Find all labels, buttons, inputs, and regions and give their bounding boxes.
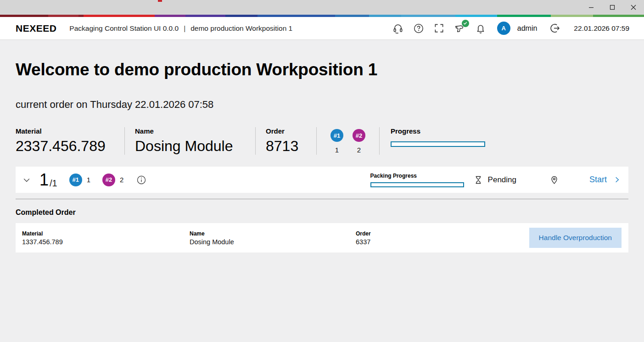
check-icon xyxy=(463,21,467,25)
progress-label: Progress xyxy=(391,127,485,135)
completed-name-value: Dosing Module xyxy=(190,238,356,246)
item-status: Pending xyxy=(474,175,516,185)
packing-progress-label: Packing Progress xyxy=(370,173,464,179)
minimize-icon xyxy=(588,5,594,10)
location-button[interactable] xyxy=(549,174,559,185)
scanner-button[interactable] xyxy=(454,22,466,34)
summary-order: Order 8713 xyxy=(256,127,317,155)
material-value: 2337.456.789 xyxy=(16,138,113,155)
item-badge-group-1: #1 1 xyxy=(69,174,90,186)
window-titlebar xyxy=(0,0,644,15)
section-divider xyxy=(16,199,628,199)
start-label[interactable]: Start xyxy=(589,175,607,185)
current-order-subtitle: current order on Thursday 22.01.2026 07:… xyxy=(16,99,628,111)
item-badge-1: #1 xyxy=(69,174,82,186)
material-label: Material xyxy=(16,127,113,135)
summary-name: Name Dosing Module xyxy=(125,127,256,155)
notifications-button[interactable] xyxy=(475,22,487,34)
minimize-button[interactable] xyxy=(581,0,602,15)
badge-stack-1: #1 1 xyxy=(330,129,343,155)
work-item-right: Packing Progress Pending Start xyxy=(370,173,621,187)
completed-name-label: Name xyxy=(190,230,356,237)
app-header: NEXEED Packaging Control Station UI 0.0.… xyxy=(0,17,644,40)
handle-overproduction-button[interactable]: Handle Overproduction xyxy=(529,228,622,248)
main-content: Welcome to demo production Workposition … xyxy=(0,60,644,252)
completed-name: Name Dosing Module xyxy=(190,230,356,246)
completed-material: Material 1337.456.789 xyxy=(22,230,190,246)
logout-button[interactable] xyxy=(549,22,560,34)
chevron-down-icon xyxy=(22,175,31,185)
order-label: Order xyxy=(266,127,305,135)
completed-order-label: Order xyxy=(356,230,529,237)
maximize-button[interactable] xyxy=(602,0,623,15)
header-timestamp: 22.01.2026 07:59 xyxy=(574,24,629,33)
packing-progress: Packing Progress xyxy=(370,173,464,187)
item-badge-group-2: #2 2 xyxy=(102,174,123,186)
completed-material-label: Material xyxy=(22,230,190,237)
nexeed-logo: NEXEED xyxy=(16,23,56,34)
item-total: /1 xyxy=(50,178,57,189)
support-button[interactable] xyxy=(392,22,404,34)
title-separator: | xyxy=(184,24,185,33)
name-label: Name xyxy=(135,127,244,135)
item-badge-2: #2 xyxy=(102,174,115,186)
item-badge-1-count: 1 xyxy=(87,176,90,184)
fullscreen-button[interactable] xyxy=(433,22,445,34)
position-badge-1: #1 xyxy=(330,129,343,142)
packing-progress-bar xyxy=(370,182,464,187)
summary-badges: #1 1 #2 2 xyxy=(317,127,380,155)
completed-order-value: 6337 xyxy=(356,238,529,246)
app-tab-accent xyxy=(158,0,162,2)
close-button[interactable] xyxy=(623,0,644,15)
hourglass-icon xyxy=(474,175,483,185)
headset-icon xyxy=(392,23,403,34)
app-title: Packaging Control Station UI 0.0.0 xyxy=(69,24,179,33)
fullscreen-icon xyxy=(434,23,444,34)
username: admin xyxy=(517,24,538,33)
help-icon xyxy=(413,23,424,34)
avatar[interactable]: A xyxy=(497,22,510,35)
status-text: Pending xyxy=(488,175,516,185)
item-position: 1 xyxy=(39,170,49,190)
location-pin-icon xyxy=(549,174,559,185)
completed-order-col: Order 6337 xyxy=(356,230,529,246)
completed-order-card: Material 1337.456.789 Name Dosing Module… xyxy=(16,223,628,252)
page-title: Welcome to demo production Workposition … xyxy=(16,60,628,79)
maximize-icon xyxy=(610,5,615,10)
name-value: Dosing Module xyxy=(135,138,244,155)
item-position-count: 1 /1 xyxy=(39,170,57,190)
info-icon xyxy=(136,175,146,185)
logout-icon xyxy=(549,22,560,34)
work-item-row[interactable]: 1 /1 #1 1 #2 2 Packing Progress xyxy=(16,167,628,193)
help-button[interactable] xyxy=(413,22,425,34)
info-button[interactable] xyxy=(136,175,146,185)
chevron-right-icon xyxy=(613,176,621,184)
expand-button[interactable] xyxy=(22,175,31,185)
bell-icon xyxy=(475,23,486,34)
position-count-1: 1 xyxy=(335,146,339,154)
scanner-connected-badge xyxy=(462,20,469,27)
order-value: 8713 xyxy=(266,138,305,155)
summary-progress: Progress xyxy=(380,127,496,155)
completed-order-title: Completed Order xyxy=(16,208,628,217)
close-icon xyxy=(631,5,636,10)
summary-material: Material 2337.456.789 xyxy=(16,127,125,155)
item-badge-2-count: 2 xyxy=(120,176,123,184)
position-count-2: 2 xyxy=(357,146,361,154)
current-order-summary: Material 2337.456.789 Name Dosing Module… xyxy=(16,127,628,155)
header-actions: A admin 22.01.2026 07:59 xyxy=(392,22,629,35)
workstation-name: demo production Workposition 1 xyxy=(190,24,292,33)
completed-material-value: 1337.456.789 xyxy=(22,238,190,246)
badge-stack-2: #2 2 xyxy=(353,129,365,155)
position-badge-2: #2 xyxy=(353,129,365,142)
start-button[interactable]: Start xyxy=(589,175,621,185)
order-progress-bar xyxy=(391,141,485,147)
